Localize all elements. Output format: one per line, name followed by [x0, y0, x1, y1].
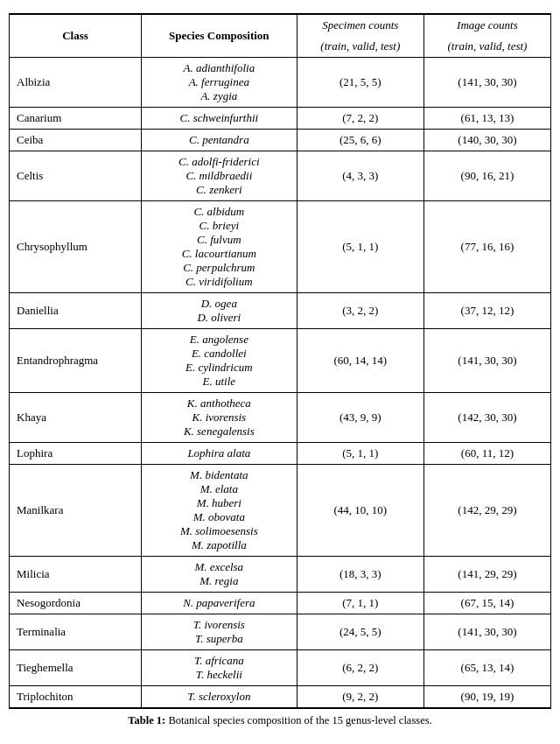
table-row: AlbiziaA. adianthifoliaA. ferrugineaA. z…	[10, 58, 551, 108]
species-cell: C. albidumC. brieyiC. fulvumC. lacourtia…	[141, 201, 297, 293]
table-row: DanielliaD. ogeaD. oliveri(3, 2, 2)(37, …	[10, 293, 551, 329]
species-cell: C. pentandra	[141, 130, 297, 151]
table-row: CanariumC. schweinfurthii(7, 2, 2)(61, 1…	[10, 108, 551, 130]
table-row: ChrysophyllumC. albidumC. brieyiC. fulvu…	[10, 201, 551, 293]
specimen-count-cell: (7, 2, 2)	[297, 108, 424, 130]
species-cell: Lophira alata	[141, 443, 297, 465]
specimen-count-cell: (5, 1, 1)	[297, 443, 424, 465]
class-cell: Celtis	[10, 151, 142, 201]
table-container: Class Species Composition Specimen count…	[9, 13, 551, 727]
table-row: CeibaC. pentandra(25, 6, 6)(140, 30, 30)	[10, 130, 551, 151]
specimen-count-cell: (44, 10, 10)	[297, 465, 424, 557]
specimen-count-cell: (4, 3, 3)	[297, 151, 424, 201]
species-cell: M. bidentataM. elataM. huberiM. obovataM…	[141, 465, 297, 557]
class-cell: Nesogordonia	[10, 593, 142, 614]
col-species-header: Species Composition	[141, 14, 297, 58]
col-image-header-line2: (train, valid, test)	[424, 36, 550, 58]
species-cell: A. adianthifoliaA. ferrugineaA. zygia	[141, 58, 297, 108]
specimen-count-cell: (18, 3, 3)	[297, 557, 424, 593]
table-row: ManilkaraM. bidentataM. elataM. huberiM.…	[10, 465, 551, 557]
col-class-header: Class	[10, 14, 142, 58]
class-cell: Khaya	[10, 393, 142, 443]
class-cell: Terminalia	[10, 614, 142, 650]
table-row: KhayaK. anthothecaK. ivorensisK. senegal…	[10, 393, 551, 443]
caption-text: Botanical species composition of the 15 …	[165, 714, 431, 726]
image-count-cell: (37, 12, 12)	[424, 293, 550, 329]
class-cell: Triplochiton	[10, 686, 142, 709]
table-row: MiliciaM. excelsaM. regia(18, 3, 3)(141,…	[10, 557, 551, 593]
image-count-cell: (141, 30, 30)	[424, 329, 550, 393]
image-count-cell: (65, 13, 14)	[424, 650, 550, 686]
species-cell: T. ivorensisT. superba	[141, 614, 297, 650]
image-count-cell: (60, 11, 12)	[424, 443, 550, 465]
image-count-cell: (142, 30, 30)	[424, 393, 550, 443]
col-specimen-header-line2: (train, valid, test)	[297, 36, 424, 58]
table-row: CeltisC. adolfi-fridericiC. mildbraediiC…	[10, 151, 551, 201]
table-caption: Table 1: Botanical species composition o…	[9, 714, 551, 727]
table-row: NesogordoniaN. papaverifera(7, 1, 1)(67,…	[10, 593, 551, 614]
table-row: TriplochitonT. scleroxylon(9, 2, 2)(90, …	[10, 686, 551, 709]
class-cell: Lophira	[10, 443, 142, 465]
species-cell: M. excelsaM. regia	[141, 557, 297, 593]
specimen-count-cell: (5, 1, 1)	[297, 201, 424, 293]
specimen-count-cell: (6, 2, 2)	[297, 650, 424, 686]
species-cell: N. papaverifera	[141, 593, 297, 614]
class-cell: Canarium	[10, 108, 142, 130]
specimen-count-cell: (9, 2, 2)	[297, 686, 424, 709]
header-row-1: Class Species Composition Specimen count…	[10, 14, 551, 36]
image-count-cell: (77, 16, 16)	[424, 201, 550, 293]
class-cell: Entandrophragma	[10, 329, 142, 393]
specimen-count-cell: (25, 6, 6)	[297, 130, 424, 151]
table-row: EntandrophragmaE. angolenseE. candolleiE…	[10, 329, 551, 393]
image-count-cell: (90, 19, 19)	[424, 686, 550, 709]
species-cell: D. ogeaD. oliveri	[141, 293, 297, 329]
species-cell: K. anthothecaK. ivorensisK. senegalensis	[141, 393, 297, 443]
species-table: Class Species Composition Specimen count…	[9, 13, 551, 709]
species-cell: C. adolfi-fridericiC. mildbraediiC. zenk…	[141, 151, 297, 201]
specimen-count-cell: (43, 9, 9)	[297, 393, 424, 443]
class-cell: Albizia	[10, 58, 142, 108]
image-count-cell: (67, 15, 14)	[424, 593, 550, 614]
class-cell: Tieghemella	[10, 650, 142, 686]
species-cell: T. africanaT. heckelii	[141, 650, 297, 686]
species-cell: C. schweinfurthii	[141, 108, 297, 130]
table-row: TerminaliaT. ivorensisT. superba(24, 5, …	[10, 614, 551, 650]
class-cell: Milicia	[10, 557, 142, 593]
specimen-count-cell: (3, 2, 2)	[297, 293, 424, 329]
class-cell: Daniellia	[10, 293, 142, 329]
col-specimen-header-line1: Specimen counts	[297, 14, 424, 36]
image-count-cell: (61, 13, 13)	[424, 108, 550, 130]
specimen-count-cell: (21, 5, 5)	[297, 58, 424, 108]
class-cell: Ceiba	[10, 130, 142, 151]
specimen-count-cell: (24, 5, 5)	[297, 614, 424, 650]
species-cell: E. angolenseE. candolleiE. cylindricumE.…	[141, 329, 297, 393]
caption-label: Table 1:	[128, 714, 165, 726]
col-image-header-line1: Image counts	[424, 14, 550, 36]
class-cell: Manilkara	[10, 465, 142, 557]
specimen-count-cell: (60, 14, 14)	[297, 329, 424, 393]
table-row: TieghemellaT. africanaT. heckelii(6, 2, …	[10, 650, 551, 686]
class-cell: Chrysophyllum	[10, 201, 142, 293]
image-count-cell: (142, 29, 29)	[424, 465, 550, 557]
image-count-cell: (141, 29, 29)	[424, 557, 550, 593]
image-count-cell: (141, 30, 30)	[424, 614, 550, 650]
table-row: LophiraLophira alata(5, 1, 1)(60, 11, 12…	[10, 443, 551, 465]
specimen-count-cell: (7, 1, 1)	[297, 593, 424, 614]
image-count-cell: (140, 30, 30)	[424, 130, 550, 151]
image-count-cell: (141, 30, 30)	[424, 58, 550, 108]
image-count-cell: (90, 16, 21)	[424, 151, 550, 201]
species-cell: T. scleroxylon	[141, 686, 297, 709]
